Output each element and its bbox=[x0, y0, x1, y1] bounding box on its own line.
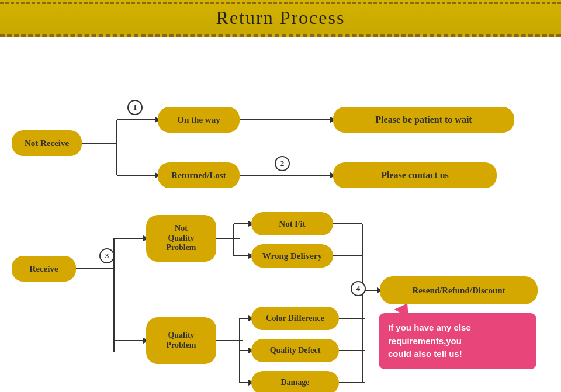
not-quality-problem-node: Not Quality Problem bbox=[146, 215, 216, 262]
callout-bubble: If you have any else requirements,you co… bbox=[379, 313, 536, 369]
main-content: Not Receive On the way Returned/Lost Ple… bbox=[0, 37, 561, 392]
badge-4: 4 bbox=[351, 281, 366, 296]
on-the-way-node: On the way bbox=[158, 107, 240, 133]
receive-node: Receive bbox=[12, 256, 76, 282]
damage-node: Damage bbox=[251, 371, 339, 392]
please-wait-node: Please be patient to wait bbox=[333, 107, 514, 133]
badge-2: 2 bbox=[275, 156, 290, 171]
badge-1: 1 bbox=[127, 100, 143, 115]
quality-defect-node: Quality Defect bbox=[251, 339, 339, 362]
not-receive-node: Not Receive bbox=[12, 130, 82, 156]
please-contact-node: Please contact us bbox=[333, 162, 497, 188]
badge-3: 3 bbox=[99, 248, 115, 263]
not-fit-node: Not Fit bbox=[251, 212, 333, 235]
wrong-delivery-node: Wrong Delivery bbox=[251, 244, 333, 268]
returned-lost-node: Returned/Lost bbox=[158, 162, 240, 188]
quality-problem-node: Quality Problem bbox=[146, 317, 216, 364]
resend-refund-node: Resend/Refund/Discount bbox=[380, 276, 538, 304]
color-difference-node: Color Difference bbox=[251, 307, 339, 330]
header: Return Process bbox=[0, 0, 561, 37]
page-title: Return Process bbox=[216, 7, 345, 28]
